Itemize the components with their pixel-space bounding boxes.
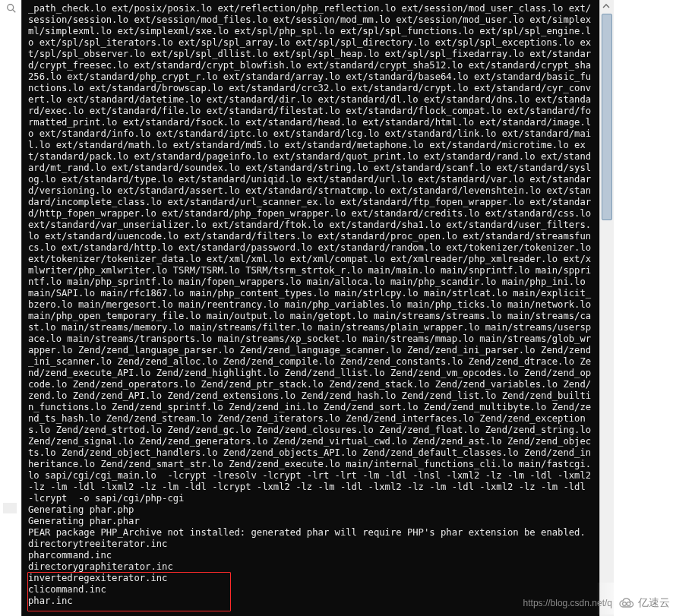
chevron-up-icon [602,2,610,10]
blog-article-section: _path_check.lo ext/posix/posix.lo ext/re… [0,0,673,616]
svg-point-0 [8,5,14,11]
article-right-margin [614,0,673,616]
terminal-output: _path_check.lo ext/posix/posix.lo ext/re… [22,0,599,616]
search-icon[interactable] [6,3,17,14]
svg-point-2 [623,602,627,606]
terminal-scrollbar[interactable] [599,0,615,616]
scrollbar-thumb[interactable] [602,14,612,220]
watermark: https://blog.csdn.net/q 亿速云 [523,596,670,610]
svg-point-3 [627,602,630,606]
scroll-up-button[interactable] [600,0,612,12]
article-gutter [0,0,21,616]
svg-line-1 [13,10,16,13]
terminal-screenshot: _path_check.lo ext/posix/posix.lo ext/re… [21,0,600,616]
watermark-logo: 亿速云 [618,596,670,610]
watermark-brand: 亿速云 [638,596,670,610]
cloud-icon [618,596,635,610]
gutter-marker [3,503,17,513]
watermark-url: https://blog.csdn.net/q [523,598,612,608]
